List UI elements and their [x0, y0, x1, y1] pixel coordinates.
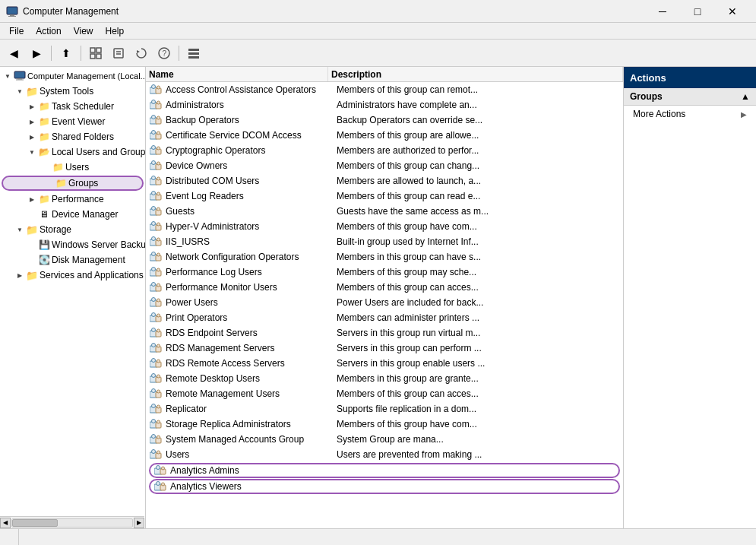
list-row[interactable]: Network Configuration OperatorsMembers i…	[146, 249, 623, 265]
forward-button[interactable]: ▶	[26, 43, 47, 64]
list-cell-name: Distributed COM Users	[163, 176, 334, 186]
list-row[interactable]: Analytics Viewers	[149, 479, 620, 494]
list-row[interactable]: Print OperatorsMembers can administer pr…	[146, 310, 623, 325]
list-body[interactable]: Access Control Assistance OperatorsMembe…	[146, 82, 623, 528]
tree-item-groups[interactable]: ▶ 📁 Groups	[2, 176, 144, 191]
list-row[interactable]: Backup OperatorsBackup Operators can ove…	[146, 112, 623, 128]
svg-point-84	[152, 328, 156, 332]
tree-scrollbar-thumb[interactable]	[12, 519, 58, 527]
tree-item-users[interactable]: ▶ 📁 Users	[0, 160, 145, 175]
tree-item-windows-server-backup[interactable]: ▶ 💾 Windows Server Backup	[0, 237, 145, 252]
svg-point-92	[152, 359, 156, 363]
list-row[interactable]: RDS Endpoint ServersServers in this grou…	[146, 325, 623, 341]
menu-help[interactable]: Help	[100, 24, 131, 38]
tree-item-system-tools[interactable]: ▼ 📁 System Tools	[0, 84, 145, 99]
list-cell-name: Remote Desktop Users	[163, 373, 334, 384]
list-row[interactable]: Certificate Service DCOM AccessMembers o…	[146, 128, 623, 143]
svg-point-30	[157, 116, 160, 119]
tree-item-root[interactable]: ▼ Computer Management (Local...	[0, 68, 145, 84]
svg-point-108	[152, 420, 156, 423]
list-row[interactable]: Device OwnersMembers of this group can c…	[146, 158, 623, 173]
maximize-button[interactable]: □	[680, 0, 715, 23]
list-cell-description: Members of this group are allowe...	[334, 130, 623, 141]
tree-label-disk-management: Disk Management	[52, 255, 125, 265]
scroll-left-button[interactable]: ◀	[0, 518, 11, 528]
list-row[interactable]: Performance Monitor UsersMembers of this…	[146, 280, 623, 295]
collapse-icon: ▲	[741, 91, 750, 102]
list-cell-description: Members of this group can chang...	[334, 160, 623, 171]
group-icon	[153, 480, 167, 493]
header-description[interactable]: Description	[328, 67, 623, 81]
menu-file[interactable]: File	[3, 24, 30, 38]
list-cell-description: Members of this group have com...	[334, 419, 623, 429]
tree-label-device-manager: Device Manager	[52, 209, 118, 220]
list-cell-description: Members of this group can acces...	[334, 388, 623, 399]
view-button[interactable]	[183, 43, 204, 64]
header-name[interactable]: Name	[146, 67, 328, 81]
list-row[interactable]: Performance Log UsersMembers of this gro…	[146, 265, 623, 280]
tree-item-storage[interactable]: ▼ 📁 Storage	[0, 222, 145, 237]
folder-icon-services: 📁	[26, 269, 38, 281]
list-row[interactable]: Remote Management UsersMembers of this g…	[146, 386, 623, 401]
list-row[interactable]: Distributed COM UsersMembers are allowed…	[146, 173, 623, 189]
list-row[interactable]: Analytics Admins	[149, 463, 620, 478]
close-button[interactable]: ✕	[715, 0, 750, 23]
help-button[interactable]: ?	[153, 43, 175, 64]
list-row[interactable]: RDS Management ServersServers in this gr…	[146, 341, 623, 356]
group-icon	[149, 417, 163, 431]
list-row[interactable]: Hyper-V AdministratorsMembers of this gr…	[146, 219, 623, 234]
actions-groups-title[interactable]: Groups ▲	[624, 88, 756, 106]
list-row[interactable]: Power UsersPower Users are included for …	[146, 295, 623, 310]
group-icon	[149, 402, 163, 416]
show-hide-tree-button[interactable]	[85, 43, 106, 64]
list-row[interactable]: RDS Remote Access ServersServers in this…	[146, 356, 623, 371]
tree-item-task-scheduler[interactable]: ▶ 📁 Task Scheduler	[0, 99, 145, 114]
menu-action[interactable]: Action	[30, 24, 67, 38]
svg-point-74	[157, 284, 160, 287]
minimize-button[interactable]: ─	[645, 0, 680, 23]
list-row[interactable]: UsersUsers are prevented from making ...	[146, 447, 623, 462]
titlebar: Computer Management ─ □ ✕	[0, 0, 756, 23]
svg-point-100	[152, 389, 156, 393]
scroll-right-button[interactable]: ▶	[134, 518, 144, 528]
svg-point-124	[157, 482, 160, 486]
list-row[interactable]: IIS_IUSRSBuilt-in group used by Internet…	[146, 234, 623, 249]
up-button[interactable]: ⬆	[55, 43, 77, 64]
tree-item-performance[interactable]: ▶ 📁 Performance	[0, 192, 145, 207]
folder-icon-local-users: 📂	[38, 146, 50, 158]
group-icon	[149, 204, 163, 218]
tree-item-disk-management[interactable]: ▶ 💽 Disk Management	[0, 252, 145, 268]
tree-item-shared-folders[interactable]: ▶ 📁 Shared Folders	[0, 129, 145, 144]
tree-item-event-viewer[interactable]: ▶ 📁 Event Viewer	[0, 114, 145, 129]
statusbar-text	[6, 529, 19, 545]
tree-item-local-users-groups[interactable]: ▼ 📂 Local Users and Groups	[0, 144, 145, 160]
tree-label-services-applications: Services and Applications	[40, 270, 144, 280]
actions-more-actions[interactable]: More Actions ▶	[624, 106, 756, 122]
list-row[interactable]: AdministratorsAdministrators have comple…	[146, 97, 623, 112]
list-row[interactable]: Access Control Assistance OperatorsMembe…	[146, 82, 623, 97]
properties-button[interactable]	[108, 43, 129, 64]
list-cell-description: Servers in this group run virtual m...	[334, 328, 623, 338]
list-cell-name: Analytics Viewers	[167, 481, 338, 492]
list-row[interactable]: Storage Replica AdministratorsMembers of…	[146, 417, 623, 432]
tree-item-services-applications[interactable]: ▶ 📁 Services and Applications	[0, 268, 145, 283]
more-actions-arrow: ▶	[741, 110, 747, 119]
tree-item-device-manager[interactable]: ▶ 🖥 Device Manager	[0, 207, 145, 222]
list-row[interactable]: System Managed Accounts GroupSystem Grou…	[146, 432, 623, 447]
svg-point-24	[152, 100, 156, 104]
refresh-button[interactable]	[131, 43, 152, 64]
list-row[interactable]: Cryptographic OperatorsMembers are autho…	[146, 143, 623, 158]
list-cell-name: RDS Remote Access Servers	[163, 358, 334, 369]
svg-point-86	[157, 329, 160, 332]
group-icon	[149, 311, 163, 325]
expand-icon-event-viewer: ▶	[26, 116, 38, 128]
menu-view[interactable]: View	[68, 24, 100, 38]
expand-icon-shared-folders: ▶	[26, 131, 38, 143]
list-row[interactable]: GuestsGuests have the same access as m..…	[146, 204, 623, 219]
back-button[interactable]: ◀	[3, 43, 24, 64]
svg-point-26	[157, 101, 160, 104]
list-row[interactable]: ReplicatorSupports file replication in a…	[146, 401, 623, 417]
actions-header: Actions	[624, 67, 756, 88]
list-row[interactable]: Remote Desktop UsersMembers in this grou…	[146, 371, 623, 386]
list-row[interactable]: Event Log ReadersMembers of this group c…	[146, 189, 623, 204]
